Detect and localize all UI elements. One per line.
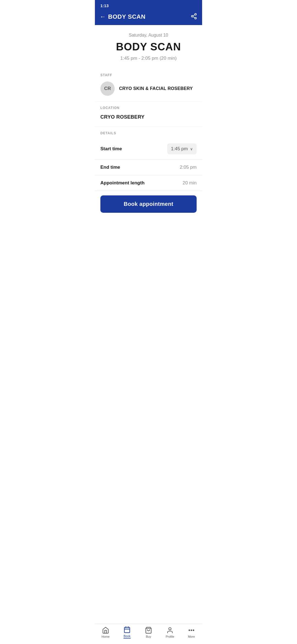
booking-service-name: BODY SCAN [95,40,202,56]
staff-avatar: CR [100,81,115,96]
booking-date: Saturday, August 10 [95,25,202,40]
staff-row: CR CRYO SKIN & FACIAL ROSEBERY [95,80,202,101]
start-time-row: Start time 1:45 pm ∨ [95,138,202,160]
end-time-row: End time 2:05 pm [95,160,202,175]
status-bar: 1:13 [95,0,202,10]
start-time-value: 1:45 pm [171,146,188,152]
appointment-length-value: 20 min [183,180,197,186]
share-button[interactable] [191,13,197,21]
staff-section-label: STAFF [95,69,202,80]
booking-header: Saturday, August 10 BODY SCAN 1:45 pm - … [95,25,202,69]
back-arrow-icon: ← [100,13,106,20]
location-section: LOCATION CRYO ROSEBERY [95,102,202,127]
appointment-length-label: Appointment length [100,180,145,186]
book-button-container: Book appointment [95,191,202,217]
header-title: BODY SCAN [108,13,145,20]
location-value: CRYO ROSEBERY [95,113,202,127]
status-time: 1:13 [100,3,109,8]
details-section-label: DETAILS [95,127,202,138]
staff-section: STAFF CR CRYO SKIN & FACIAL ROSEBERY [95,69,202,101]
svg-line-3 [193,17,195,18]
details-section: DETAILS Start time 1:45 pm ∨ End time 2:… [95,127,202,191]
appointment-length-row: Appointment length 20 min [95,175,202,191]
staff-name: CRYO SKIN & FACIAL ROSEBERY [119,86,193,91]
start-time-label: Start time [100,146,122,152]
bottom-spacer [95,217,202,244]
booking-time: 1:45 pm - 2:05 pm (20 min) [95,56,202,69]
main-content: Saturday, August 10 BODY SCAN 1:45 pm - … [95,25,202,244]
start-time-dropdown[interactable]: 1:45 pm ∨ [167,143,197,154]
header: ← BODY SCAN [95,10,202,25]
book-appointment-button[interactable]: Book appointment [100,195,197,213]
share-icon [191,13,197,20]
svg-line-4 [193,15,195,16]
location-section-label: LOCATION [95,102,202,113]
end-time-value: 2:05 pm [180,165,197,170]
end-time-label: End time [100,165,120,170]
back-button[interactable]: ← BODY SCAN [100,13,145,20]
chevron-down-icon: ∨ [190,147,193,151]
